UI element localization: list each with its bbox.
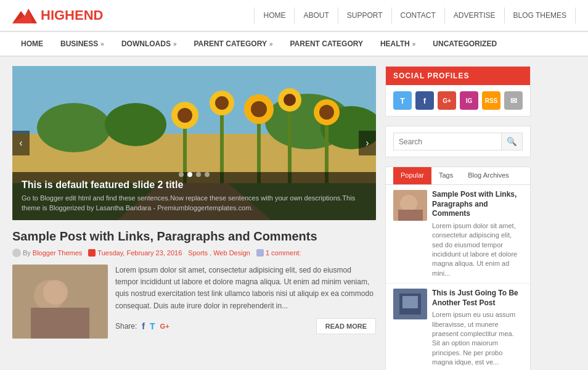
- tab-popular[interactable]: Popular: [393, 167, 431, 184]
- nav-downloads[interactable]: DOWNLOADS »: [113, 32, 186, 56]
- top-nav-support[interactable]: SUPPORT: [338, 7, 392, 23]
- comments-link[interactable]: 1 comment:: [266, 249, 301, 257]
- calendar-icon: [88, 249, 96, 257]
- rp2-title[interactable]: This is Just Going To Be Another Test Po…: [432, 289, 523, 308]
- nav-parent-category[interactable]: PARENT CATEGORY »: [185, 32, 281, 56]
- svg-point-20: [284, 94, 296, 106]
- svg-point-17: [251, 101, 267, 117]
- nav-health[interactable]: HEALTH »: [372, 32, 424, 56]
- author-link[interactable]: Blogger Themes: [33, 249, 83, 257]
- rp1-thumbnail: [393, 190, 427, 221]
- email-button[interactable]: ✉: [504, 91, 523, 110]
- instagram-button[interactable]: IG: [460, 91, 478, 110]
- article-body: Lorem ipsum dolor sit amet, consectetur …: [12, 265, 376, 339]
- sidebar: SOCIAL PROFILES T f G+ IG RSS ✉ 🔍 Popula…: [385, 66, 531, 370]
- share-row: Share: f T G+ READ MORE: [115, 318, 376, 334]
- slider-prev-button[interactable]: ‹: [12, 131, 30, 155]
- rp2-svg: [393, 289, 427, 319]
- slider-dot-4[interactable]: [205, 172, 210, 177]
- logo-end: END: [75, 7, 103, 23]
- nav-home[interactable]: HOME: [12, 32, 52, 56]
- twitter-button[interactable]: T: [393, 91, 412, 110]
- svg-point-23: [319, 105, 334, 120]
- search-widget: 🔍: [385, 126, 531, 157]
- gplus-share[interactable]: G+: [160, 323, 169, 330]
- svg-point-6: [105, 103, 166, 146]
- facebook-button[interactable]: f: [415, 91, 434, 110]
- nav-featured[interactable]: PARENT CATEGORY: [282, 32, 372, 56]
- avatar-icon: [12, 249, 21, 257]
- content-wrapper: ‹ › This is default featured slide 2 tit…: [0, 57, 588, 370]
- rss-button[interactable]: RSS: [482, 91, 500, 110]
- rp2-thumbnail: [393, 289, 427, 319]
- gplus-button[interactable]: G+: [438, 91, 456, 110]
- search-input[interactable]: [394, 134, 501, 150]
- svg-point-31: [400, 195, 417, 212]
- date-link[interactable]: Tuesday, February 23, 2016: [97, 249, 182, 257]
- top-nav-blog-themes[interactable]: BLOG THEMES: [505, 7, 576, 23]
- rp2-text: Lorem ipsum eu usu assum liberavisse, ut…: [432, 310, 523, 367]
- svg-point-5: [37, 103, 111, 152]
- slider-next-button[interactable]: ›: [359, 131, 376, 155]
- logo: HIGHEND: [12, 6, 103, 25]
- article-meta: By Blogger Themes Tuesday, February 23, …: [12, 249, 376, 257]
- by-label: By: [23, 249, 31, 257]
- top-nav-contact[interactable]: CONTACT: [392, 7, 445, 23]
- top-bar: HIGHEND HOME ABOUT SUPPORT CONTACT ADVER…: [0, 0, 588, 31]
- article-thumbnail: [12, 265, 108, 339]
- svg-rect-32: [398, 210, 423, 221]
- top-nav-about[interactable]: ABOUT: [295, 7, 338, 23]
- facebook-share[interactable]: f: [142, 321, 145, 331]
- comment-icon: [256, 249, 264, 257]
- article-title: Sample Post with Links, Paragraphs and C…: [12, 229, 376, 244]
- slider-dot-2[interactable]: [187, 172, 192, 177]
- main-nav: HOME BUSINESS » DOWNLOADS » PARENT CATEG…: [0, 31, 588, 57]
- svg-rect-35: [402, 296, 418, 308]
- logo-high: HIGH: [41, 7, 75, 23]
- recent-posts-widget: Popular Tags Blog Archives Sample Post w…: [385, 166, 531, 370]
- search-box: 🔍: [393, 133, 523, 150]
- svg-point-29: [43, 280, 68, 305]
- article-text-col: Lorem ipsum dolor sit amet, consectetur …: [115, 265, 376, 339]
- tab-tags[interactable]: Tags: [431, 167, 460, 184]
- rp1-text: Lorem ipsum dolor sit amet, consectetur …: [432, 221, 523, 278]
- downloads-arrow: »: [173, 41, 177, 47]
- slider-dot-3[interactable]: [196, 172, 201, 177]
- slider-dots: [179, 172, 210, 177]
- search-button[interactable]: 🔍: [501, 133, 522, 150]
- recent-post-1: Sample Post with Links, Paragraphs and C…: [386, 185, 530, 284]
- top-nav-advertise[interactable]: ADVERTISE: [445, 7, 505, 23]
- health-arrow: »: [412, 41, 416, 47]
- rp1-svg: [393, 190, 427, 221]
- slider-title: This is default featured slide 2 title: [22, 179, 367, 191]
- logo-text: HIGHEND: [41, 7, 103, 23]
- nav-uncategorized[interactable]: UNCATEGORIZED: [424, 32, 505, 56]
- social-profiles-widget: SOCIAL PROFILES T f G+ IG RSS ✉: [385, 66, 531, 117]
- social-icons-row: T f G+ IG RSS ✉: [386, 85, 530, 116]
- cat-web-design[interactable]: Web Design: [213, 249, 250, 257]
- share-label: Share:: [115, 322, 137, 331]
- social-profiles-title: SOCIAL PROFILES: [386, 67, 530, 85]
- nav-business[interactable]: BUSINESS »: [52, 32, 113, 56]
- rp1-title[interactable]: Sample Post with Links, Paragraphs and C…: [432, 190, 523, 219]
- rp1-content: Sample Post with Links, Paragraphs and C…: [432, 190, 523, 278]
- svg-point-14: [215, 96, 229, 110]
- rp2-content: This is Just Going To Be Another Test Po…: [432, 289, 523, 368]
- svg-rect-28: [31, 308, 89, 339]
- article-thumb-svg: [12, 265, 108, 339]
- main-content: ‹ › This is default featured slide 2 tit…: [12, 66, 376, 370]
- article-body-text: Lorem ipsum dolor sit amet, consectetur …: [115, 265, 376, 312]
- cat-sports[interactable]: Sports: [188, 249, 208, 257]
- slider-dot-1[interactable]: [179, 172, 184, 177]
- tab-blog-archives[interactable]: Blog Archives: [460, 167, 517, 184]
- top-nav: HOME ABOUT SUPPORT CONTACT ADVERTISE BLO…: [254, 7, 576, 23]
- slider: ‹ › This is default featured slide 2 tit…: [12, 66, 376, 220]
- logo-icon: [12, 6, 37, 25]
- svg-point-11: [178, 108, 192, 123]
- top-nav-home[interactable]: HOME: [254, 7, 295, 23]
- read-more-button[interactable]: READ MORE: [316, 318, 376, 334]
- comments-meta: 1 comment:: [256, 249, 301, 257]
- twitter-share[interactable]: T: [150, 321, 155, 331]
- category-meta: Sports, Web Design: [188, 249, 250, 257]
- date-meta: Tuesday, February 23, 2016: [88, 249, 182, 257]
